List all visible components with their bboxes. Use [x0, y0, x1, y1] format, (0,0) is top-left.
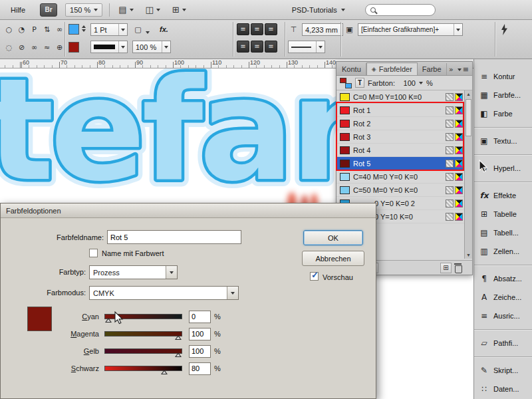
- stroke-weight-stepper[interactable]: [82, 25, 86, 32]
- stroke-weight-select[interactable]: 1 Pt: [90, 23, 128, 36]
- dock-item-ausrichten[interactable]: ≡Ausric...: [474, 307, 532, 325]
- screen-mode-button[interactable]: ◫: [142, 3, 164, 17]
- zoom-level-select[interactable]: 150 %: [65, 3, 102, 17]
- slider-thumb[interactable]: [175, 352, 182, 357]
- swatch-row[interactable]: Rot 4: [336, 144, 472, 157]
- tool-icon[interactable]: ⊘: [16, 42, 27, 53]
- preview-checkbox[interactable]: ✓: [310, 272, 319, 281]
- dark-toolbar-icon[interactable]: ≡: [265, 23, 277, 35]
- scrollbar[interactable]: ▲ ▼: [464, 90, 472, 259]
- tool-icon[interactable]: ≈: [41, 42, 53, 53]
- offset-field[interactable]: 4,233 mm: [302, 23, 343, 36]
- tool-icon[interactable]: ∞: [29, 42, 40, 53]
- dock-item-farbfelder[interactable]: ▦Farbfe...: [474, 86, 532, 104]
- quick-apply-lightning-icon[interactable]: [501, 24, 508, 35]
- swatch-row[interactable]: C=0 M=0 Y=100 K=0: [336, 90, 472, 104]
- tab-farbe[interactable]: Farbe: [418, 63, 447, 75]
- tool-icon[interactable]: ⇅: [41, 24, 53, 35]
- cancel-button[interactable]: Abbrechen: [302, 251, 364, 266]
- dock-item-zellenformate[interactable]: ▥Zellen...: [474, 243, 532, 260]
- dock-item-effekte[interactable]: fxEffekte: [474, 187, 532, 204]
- search-input[interactable]: [379, 5, 426, 15]
- dock-item-pathfinder[interactable]: ▱Pathfi...: [474, 334, 532, 352]
- effects-button[interactable]: fx.: [160, 25, 168, 33]
- dark-toolbar-icon[interactable]: ≡: [251, 23, 263, 35]
- dock-item-kontur[interactable]: ≡Kontur: [474, 68, 532, 85]
- stroke-style-select[interactable]: [90, 41, 128, 53]
- tool-icon[interactable]: ∞: [54, 24, 65, 35]
- slider-track[interactable]: [104, 331, 182, 336]
- scroll-down-icon[interactable]: ▼: [466, 253, 471, 257]
- menu-hilfe[interactable]: Hilfe: [5, 3, 31, 17]
- dark-toolbar-icon[interactable]: ≡: [251, 41, 263, 53]
- slider-track[interactable]: [104, 366, 182, 371]
- swatch-row[interactable]: C=50 M=0 Y=0 K=0: [336, 184, 472, 197]
- dock-item-datenzusammenfuehrung[interactable]: ∷Daten...: [474, 380, 532, 398]
- color-type-select[interactable]: Prozess: [89, 265, 178, 279]
- dialog-title-bar[interactable]: Farbfeldoptionen: [1, 203, 376, 218]
- opacity-select[interactable]: 100 %: [132, 41, 171, 53]
- delete-swatch-icon[interactable]: [454, 263, 462, 273]
- swatch-name-input[interactable]: [107, 230, 241, 244]
- dock-item-hyperlinks[interactable]: ∞Hyperl...: [474, 160, 532, 177]
- chevron-down-icon[interactable]: [419, 82, 423, 84]
- dock-item-tabelle[interactable]: ⊞Tabelle: [474, 205, 532, 223]
- swatch-row[interactable]: C=40 M=0 Y=0 K=0: [336, 170, 472, 184]
- ok-button[interactable]: OK: [303, 230, 363, 245]
- object-style-select[interactable]: [Einfacher Grafikrahmen]+: [358, 23, 463, 36]
- dock-item-farbe[interactable]: ◧Farbe: [474, 105, 532, 122]
- line-style-select[interactable]: [288, 41, 325, 53]
- slider-thumb[interactable]: [105, 318, 112, 323]
- tab-kontur[interactable]: Kontu: [337, 63, 366, 75]
- name-with-value-checkbox[interactable]: [89, 249, 98, 257]
- stroke-color-chip[interactable]: [68, 42, 79, 53]
- view-options-button[interactable]: ▤: [115, 3, 136, 17]
- tool-icon[interactable]: ○: [3, 24, 15, 35]
- swatch-row[interactable]: Rot 2: [336, 117, 472, 130]
- dark-toolbar-icon[interactable]: ≡: [265, 41, 277, 53]
- bridge-button[interactable]: Br: [40, 3, 57, 17]
- schwarz-slider[interactable]: [104, 362, 184, 375]
- cyan-slider[interactable]: [104, 310, 184, 323]
- scroll-up-icon[interactable]: ▲: [466, 92, 471, 96]
- corner-options-icon[interactable]: ▢: [132, 24, 144, 35]
- tool-icon[interactable]: P: [29, 24, 40, 35]
- dark-toolbar-icon[interactable]: ≡: [237, 23, 249, 35]
- tool-icon[interactable]: ◔: [16, 24, 27, 35]
- dock-item-tabellenformate[interactable]: ▤Tabell...: [474, 224, 532, 241]
- tab-farbfelder[interactable]: ◈ Farbfelder: [366, 63, 418, 75]
- swatch-row[interactable]: Rot 3: [336, 130, 472, 144]
- collapse-panel-icon[interactable]: »: [449, 66, 454, 73]
- schwarz-value-input[interactable]: [189, 362, 211, 375]
- fill-color-chip[interactable]: [68, 24, 79, 35]
- slider-track[interactable]: [104, 314, 182, 319]
- gelb-value-input[interactable]: [189, 345, 211, 358]
- color-mode-select[interactable]: CMYK: [89, 286, 239, 300]
- dark-toolbar-icon[interactable]: ≡: [237, 41, 249, 53]
- scrollbar-thumb[interactable]: [466, 99, 471, 136]
- magenta-value-input[interactable]: [189, 328, 211, 340]
- swatch-row-selected[interactable]: Rot 5: [336, 157, 472, 170]
- chevron-down-icon[interactable]: [227, 287, 238, 299]
- dock-item-absatzformate[interactable]: ¶Absatz...: [474, 270, 532, 287]
- fill-stroke-proxy-icon[interactable]: [340, 78, 352, 88]
- slider-thumb[interactable]: [175, 335, 182, 340]
- dock-item-skripte[interactable]: ✎Skript...: [474, 362, 532, 379]
- magenta-slider[interactable]: [104, 327, 184, 340]
- tool-icon[interactable]: ⊕: [54, 42, 65, 53]
- dock-item-zeichenformate[interactable]: AZeiche...: [474, 289, 532, 306]
- search-box[interactable]: [365, 4, 436, 16]
- slider-thumb[interactable]: [161, 370, 168, 374]
- dock-item-textumfluss[interactable]: ▣Textu...: [474, 132, 532, 150]
- text-formatting-button[interactable]: T: [355, 78, 364, 88]
- panel-menu-button[interactable]: ≡: [458, 66, 469, 73]
- arrange-documents-button[interactable]: ⊞: [169, 3, 190, 17]
- tool-icon[interactable]: ◌: [3, 42, 15, 53]
- workspace-switcher[interactable]: PSD-Tutorials: [288, 4, 349, 16]
- gelb-slider[interactable]: [104, 344, 184, 358]
- tint-value[interactable]: 100: [398, 79, 416, 87]
- new-swatch-icon[interactable]: ⊞: [440, 263, 452, 273]
- chevron-down-icon[interactable]: [146, 27, 150, 35]
- chevron-down-icon[interactable]: [166, 266, 177, 279]
- cyan-value-input[interactable]: [189, 311, 211, 323]
